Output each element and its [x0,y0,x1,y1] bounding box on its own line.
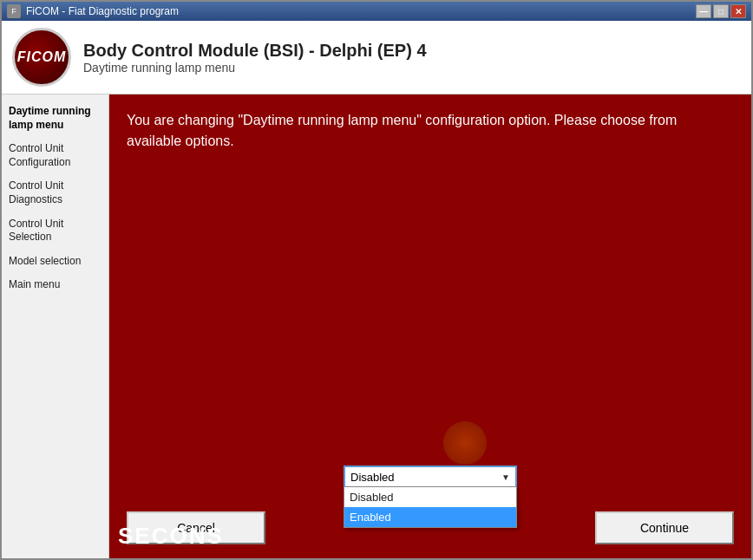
main-layout: Daytime running lamp menu Control Unit C… [2,94,751,558]
logo: FICOM [12,28,71,87]
minimize-button[interactable]: — [696,4,711,18]
dropdown-arrow-icon: ▼ [501,472,510,482]
sidebar-item-daytime[interactable]: Daytime running lamp menu [2,100,108,137]
app-header: FICOM Body Control Module (BSI) - Delphi… [2,21,751,94]
header-title-area: Body Control Module (BSI) - Delphi (EP) … [83,41,427,75]
cursor-indicator [443,421,487,465]
sidebar-item-config[interactable]: Control Unit Configuration [2,137,108,174]
logo-text: FICOM [17,49,67,65]
dropdown-container: Disabled ▼ Disabled Enabled [344,466,517,489]
title-bar-buttons: — □ ✕ [696,4,746,18]
sidebar-item-diagnostics[interactable]: Control Unit Diagnostics [2,174,108,212]
dropdown-current-value: Disabled [350,471,395,484]
footer-brand: SeCons [118,523,224,550]
sidebar-item-selection[interactable]: Control Unit Selection [2,212,108,250]
sidebar: Daytime running lamp menu Control Unit C… [2,94,109,558]
sidebar-item-main[interactable]: Main menu [2,273,108,297]
module-title: Body Control Module (BSI) - Delphi (EP) … [83,41,427,61]
continue-button[interactable]: Continue [595,511,734,544]
app-icon: F [7,4,21,18]
module-subtitle: Daytime running lamp menu [83,61,427,75]
title-bar: F FiCOM - Fiat Diagnostic program — □ ✕ [2,2,751,21]
dropdown-select[interactable]: Disabled ▼ [344,466,517,489]
content-area: You are changing "Daytime running lamp m… [109,94,751,558]
dropdown-area: Disabled ▼ Disabled Enabled [344,466,517,489]
brand-text: SeCons [118,526,224,548]
sidebar-item-model[interactable]: Model selection [2,250,108,274]
window-title: FiCOM - Fiat Diagnostic program [26,5,179,17]
dropdown-option-disabled[interactable]: Disabled [344,487,516,507]
content-description: You are changing "Daytime running lamp m… [127,110,717,152]
title-bar-left: F FiCOM - Fiat Diagnostic program [7,4,179,18]
close-button[interactable]: ✕ [730,4,746,18]
main-window: F FiCOM - Fiat Diagnostic program — □ ✕ … [0,0,753,560]
maximize-button[interactable]: □ [713,4,729,18]
